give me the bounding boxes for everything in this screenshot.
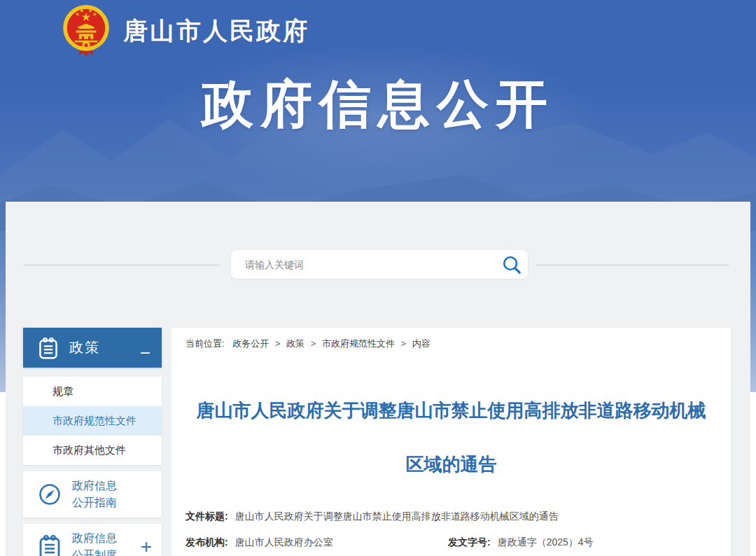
sidebar-card-disclosure-system[interactable]: 政府信息 公开制度 + bbox=[23, 524, 162, 556]
sidebar-section-policy[interactable]: 政策 − bbox=[23, 328, 162, 368]
search-input[interactable] bbox=[231, 259, 496, 270]
search-icon bbox=[501, 254, 522, 275]
sidebar-item-other-documents[interactable]: 市政府其他文件 bbox=[23, 436, 162, 465]
search-divider-right bbox=[536, 265, 729, 265]
breadcrumb-item-content[interactable]: 内容 bbox=[412, 338, 430, 349]
breadcrumb-item-policy[interactable]: 政策 bbox=[286, 338, 304, 349]
compass-icon bbox=[37, 482, 62, 507]
disclosure-guide-label: 政府信息 公开指南 bbox=[72, 478, 117, 511]
document-meta: 文件标题: 唐山市人民政府关于调整唐山市禁止使用高排放非道路移动机械区域的通告 … bbox=[186, 510, 717, 556]
sidebar-section-label: 政策 bbox=[69, 338, 100, 357]
clipboard-icon bbox=[37, 534, 62, 556]
site-name[interactable]: 唐山市人民政府 bbox=[123, 15, 309, 48]
meta-file-title: 文件标题: 唐山市人民政府关于调整唐山市禁止使用高排放非道路移动机械区域的通告 bbox=[186, 510, 559, 523]
search-bar bbox=[231, 250, 528, 279]
search-button[interactable] bbox=[496, 250, 528, 279]
page: 唐山市人民政府 政府信息公开 bbox=[0, 0, 756, 556]
meta-issuer: 发布机构: 唐山市人民政府办公室 bbox=[186, 536, 448, 549]
document-area: 当前位置: 政务公开 > 政策 > 市政府规范性文件 > 内容 唐山市人民政府关… bbox=[172, 328, 731, 556]
breadcrumb-item-zwgk[interactable]: 政务公开 bbox=[232, 338, 269, 349]
page-title: 政府信息公开 bbox=[0, 70, 756, 140]
sidebar-item-regulations[interactable]: 规章 bbox=[23, 377, 162, 406]
breadcrumb-label: 当前位置: bbox=[186, 338, 225, 349]
expand-icon[interactable]: + bbox=[141, 536, 152, 556]
national-emblem-icon bbox=[60, 4, 112, 58]
breadcrumb-item-normative[interactable]: 市政府规范性文件 bbox=[322, 338, 395, 349]
document-title: 唐山市人民政府关于调整唐山市禁止使用高排放非道路移动机械 区域的通告 bbox=[186, 384, 717, 492]
meta-doc-number: 发文字号: 唐政通字（2025）4号 bbox=[448, 536, 594, 549]
sidebar: 政策 − 规章 市政府规范性文件 市政府其他文件 政府信息 公开指南 bbox=[23, 328, 162, 556]
collapse-icon[interactable]: − bbox=[140, 346, 150, 360]
clipboard-icon bbox=[37, 336, 59, 360]
sidebar-item-normative-documents[interactable]: 市政府规范性文件 bbox=[23, 406, 162, 436]
content-panel: 政策 − 规章 市政府规范性文件 市政府其他文件 政府信息 公开指南 bbox=[6, 202, 750, 556]
breadcrumb: 当前位置: 政务公开 > 政策 > 市政府规范性文件 > 内容 bbox=[186, 338, 717, 350]
site-header: 唐山市人民政府 bbox=[0, 0, 756, 62]
sidebar-card-disclosure-guide[interactable]: 政府信息 公开指南 bbox=[23, 471, 162, 517]
search-divider-left bbox=[24, 265, 219, 265]
sidebar-menu: 规章 市政府规范性文件 市政府其他文件 bbox=[23, 377, 162, 465]
disclosure-system-label: 政府信息 公开制度 bbox=[72, 530, 117, 556]
